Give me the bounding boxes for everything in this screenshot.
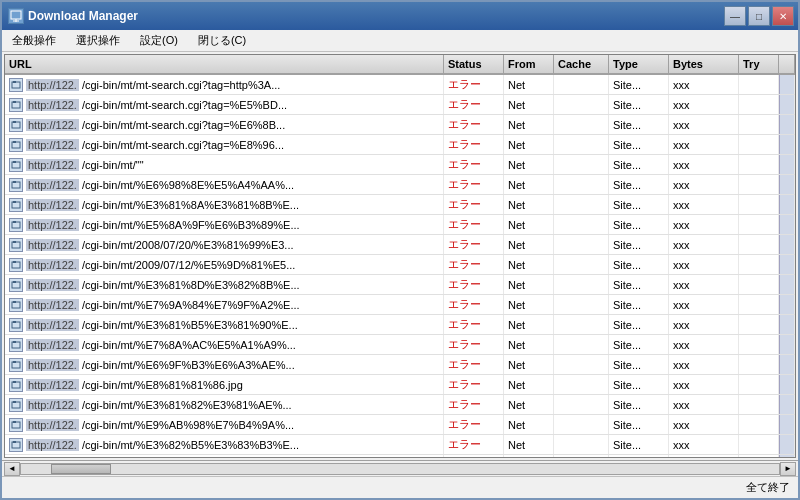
url-host: http://122. bbox=[26, 239, 79, 251]
download-table: URL Status From Cache Type Bytes Try htt… bbox=[4, 54, 796, 458]
cell-cache bbox=[554, 415, 609, 434]
table-row[interactable]: http://122./cgi-bin/mt/""エラーNetSite...xx… bbox=[5, 155, 795, 175]
table-row[interactable]: http://122./cgi-bin/mt/mt-search.cgi?tag… bbox=[5, 135, 795, 155]
cell-bytes: xxx bbox=[669, 175, 739, 194]
url-path: /cgi-bin/mt/%E7%9A%84%E7%9F%A2%E... bbox=[82, 299, 300, 311]
url-path: /cgi-bin/mt/%E5%8A%9F%E6%B3%89%E... bbox=[82, 219, 300, 231]
cell-cache bbox=[554, 275, 609, 294]
menu-general-ops[interactable]: 全般操作 bbox=[6, 31, 62, 50]
cell-type: Site... bbox=[609, 95, 669, 114]
close-button[interactable]: ✕ bbox=[772, 6, 794, 26]
scroll-thumb[interactable] bbox=[51, 464, 111, 474]
url-icon bbox=[9, 78, 23, 92]
cell-cache bbox=[554, 235, 609, 254]
cell-type: Site... bbox=[609, 215, 669, 234]
table-row[interactable]: http://122./cgi-bin/mt/%E3%81%8D%E3%82%8… bbox=[5, 275, 795, 295]
title-bar-left: Download Manager bbox=[8, 8, 138, 24]
cell-cache bbox=[554, 435, 609, 454]
cell-bytes: xxx bbox=[669, 315, 739, 334]
cell-from: Net bbox=[504, 135, 554, 154]
svg-rect-14 bbox=[13, 181, 16, 183]
url-path: /cgi-bin/mt/mt-search.cgi?tag=%E5%BD... bbox=[82, 99, 287, 111]
table-row[interactable]: http://122./cgi-bin/mt/mt-search.cgi?tag… bbox=[5, 115, 795, 135]
table-row[interactable]: http://122./cgi-bin/mt/2008/07/20/%E3%81… bbox=[5, 235, 795, 255]
table-row[interactable]: http://122./cgi-bin/mt/%E5%8A%9F%E6%B3%8… bbox=[5, 215, 795, 235]
table-row[interactable]: http://122./cgi-bin/mt/mt-search.cgi?tag… bbox=[5, 95, 795, 115]
cell-status: エラー bbox=[444, 415, 504, 434]
cell-cache bbox=[554, 375, 609, 394]
cell-divider bbox=[779, 395, 795, 414]
status-text: 全て終了 bbox=[746, 480, 790, 495]
cell-url: http://122./cgi-bin/mt/2008/06/17/%EF%BD… bbox=[5, 455, 444, 457]
cell-divider bbox=[779, 375, 795, 394]
cell-status: エラー bbox=[444, 255, 504, 274]
scroll-track[interactable] bbox=[20, 463, 780, 475]
cell-divider bbox=[779, 315, 795, 334]
table-row[interactable]: http://122./cgi-bin/mt/%E7%9A%84%E7%9F%A… bbox=[5, 295, 795, 315]
cell-status: エラー bbox=[444, 275, 504, 294]
cell-url: http://122./cgi-bin/mt/%E9%AB%98%E7%B4%9… bbox=[5, 415, 444, 434]
table-row[interactable]: http://122./cgi-bin/mt/%E9%AB%98%E7%B4%9… bbox=[5, 415, 795, 435]
cell-try bbox=[739, 395, 779, 414]
cell-url: http://122./cgi-bin/mt/%E7%9A%84%E7%9F%A… bbox=[5, 295, 444, 314]
cell-divider bbox=[779, 335, 795, 354]
cell-url: http://122./cgi-bin/mt/%E5%8A%9F%E6%B3%8… bbox=[5, 215, 444, 234]
table-row[interactable]: http://122./cgi-bin/mt/%E6%9F%B3%E6%A3%A… bbox=[5, 355, 795, 375]
table-row[interactable]: http://122./cgi-bin/mt/%E3%81%82%E3%81%A… bbox=[5, 395, 795, 415]
url-path: /cgi-bin/mt/%E8%81%81%86.jpg bbox=[82, 379, 243, 391]
table-row[interactable]: http://122./cgi-bin/mt/%E7%8A%AC%E5%A1%A… bbox=[5, 335, 795, 355]
scroll-right-button[interactable]: ► bbox=[780, 462, 796, 476]
cell-type: Site... bbox=[609, 75, 669, 94]
table-row[interactable]: http://122./cgi-bin/mt/%E3%82%B5%E3%83%B… bbox=[5, 435, 795, 455]
table-row[interactable]: http://122./cgi-bin/mt/2008/06/17/%EF%BD… bbox=[5, 455, 795, 457]
table-row[interactable]: http://122./cgi-bin/mt/%E3%81%8A%E3%81%8… bbox=[5, 195, 795, 215]
cell-url: http://122./cgi-bin/mt/mt-search.cgi?tag… bbox=[5, 135, 444, 154]
cell-bytes: xxx bbox=[669, 295, 739, 314]
table-row[interactable]: http://122./cgi-bin/mt/%E3%81%B5%E3%81%9… bbox=[5, 315, 795, 335]
svg-rect-26 bbox=[13, 301, 16, 303]
table-row[interactable]: http://122./cgi-bin/mt/2009/07/12/%E5%9D… bbox=[5, 255, 795, 275]
table-row[interactable]: http://122./cgi-bin/mt/%E8%81%81%86.jpgエ… bbox=[5, 375, 795, 395]
menu-select-ops[interactable]: 選択操作 bbox=[70, 31, 126, 50]
url-path: /cgi-bin/mt/%E6%98%8E%E5%A4%AA%... bbox=[82, 179, 294, 191]
cell-status: エラー bbox=[444, 135, 504, 154]
table-row[interactable]: http://122./cgi-bin/mt/%E6%98%8E%E5%A4%A… bbox=[5, 175, 795, 195]
cell-url: http://122./cgi-bin/mt/mt-search.cgi?tag… bbox=[5, 75, 444, 94]
cell-from: Net bbox=[504, 175, 554, 194]
cell-from: Net bbox=[504, 255, 554, 274]
url-path: /cgi-bin/mt/%E3%81%8A%E3%81%8B%E... bbox=[82, 199, 299, 211]
menu-settings[interactable]: 設定(O) bbox=[134, 31, 184, 50]
table-row[interactable]: http://122./cgi-bin/mt/mt-search.cgi?tag… bbox=[5, 75, 795, 95]
cell-from: Net bbox=[504, 315, 554, 334]
title-bar: Download Manager — □ ✕ bbox=[2, 2, 798, 30]
cell-bytes: xxx bbox=[669, 355, 739, 374]
cell-cache bbox=[554, 395, 609, 414]
cell-url: http://122./cgi-bin/mt/%E6%9F%B3%E6%A3%A… bbox=[5, 355, 444, 374]
cell-cache bbox=[554, 215, 609, 234]
cell-type: Site... bbox=[609, 315, 669, 334]
title-buttons: — □ ✕ bbox=[724, 6, 794, 26]
minimize-button[interactable]: — bbox=[724, 6, 746, 26]
maximize-button[interactable]: □ bbox=[748, 6, 770, 26]
url-host: http://122. bbox=[26, 279, 79, 291]
url-host: http://122. bbox=[26, 319, 79, 331]
cell-cache bbox=[554, 295, 609, 314]
svg-rect-20 bbox=[13, 241, 16, 243]
url-path: /cgi-bin/mt/%E6%9F%B3%E6%A3%AE%... bbox=[82, 359, 295, 371]
scroll-left-button[interactable]: ◄ bbox=[4, 462, 20, 476]
cell-from: Net bbox=[504, 155, 554, 174]
cell-try bbox=[739, 355, 779, 374]
cell-try bbox=[739, 75, 779, 94]
horizontal-scrollbar[interactable]: ◄ ► bbox=[2, 460, 798, 476]
url-host: http://122. bbox=[26, 119, 79, 131]
url-host: http://122. bbox=[26, 339, 79, 351]
cell-try bbox=[739, 95, 779, 114]
cell-from: Net bbox=[504, 335, 554, 354]
cell-url: http://122./cgi-bin/mt/%E3%82%B5%E3%83%B… bbox=[5, 435, 444, 454]
menu-close[interactable]: 閉じる(C) bbox=[192, 31, 252, 50]
cell-cache bbox=[554, 355, 609, 374]
url-icon bbox=[9, 358, 23, 372]
header-try: Try bbox=[739, 55, 779, 73]
url-path: /cgi-bin/mt/2009/07/12/%E5%9D%81%E5... bbox=[82, 259, 295, 271]
cell-type: Site... bbox=[609, 115, 669, 134]
